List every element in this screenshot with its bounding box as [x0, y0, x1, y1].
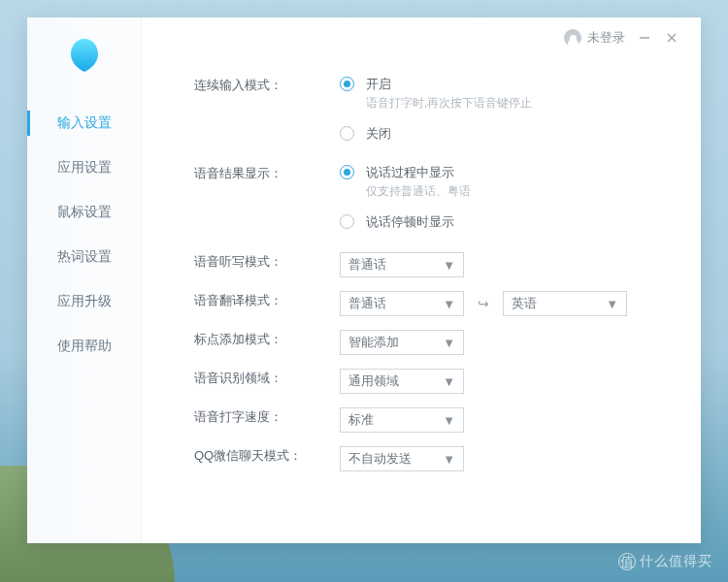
chevron-down-icon: ▼: [606, 297, 618, 311]
chevron-down-icon: ▼: [443, 413, 455, 428]
chevron-down-icon: ▼: [443, 452, 455, 467]
sidebar-label: 输入设置: [57, 114, 112, 130]
chevron-down-icon: ▼: [443, 258, 455, 273]
arrow-right-icon: ↪: [478, 296, 489, 311]
select-value: 英语: [512, 295, 606, 312]
radio-hint: 语音打字时,再次按下语音键停止: [366, 95, 532, 112]
setting-label-punctuation: 标点添加模式：: [194, 330, 340, 348]
sidebar-item-help[interactable]: 使用帮助: [27, 324, 141, 369]
settings-window: 输入设置 应用设置 鼠标设置 热词设置 应用升级 使用帮助 未登录 连续输入模式…: [27, 17, 701, 543]
radio-continuous-off[interactable]: 关闭: [340, 125, 672, 143]
radio-label: 开启: [366, 76, 532, 93]
setting-label-qq-wechat: QQ微信聊天模式：: [194, 446, 340, 465]
select-dictation[interactable]: 普通话 ▼: [340, 252, 464, 277]
login-button[interactable]: 未登录: [564, 29, 625, 47]
radio-icon: [340, 214, 354, 229]
select-punctuation[interactable]: 智能添加 ▼: [340, 330, 464, 355]
select-value: 普通话: [348, 256, 443, 274]
app-logo-icon: [65, 35, 104, 74]
radio-continuous-on[interactable]: 开启 语音打字时,再次按下语音键停止: [340, 76, 672, 112]
radio-display-while[interactable]: 说话过程中显示 仅支持普通话、粤语: [340, 164, 672, 200]
close-icon: [666, 32, 678, 44]
sidebar-label: 鼠标设置: [57, 204, 112, 219]
radio-icon: [340, 77, 354, 91]
setting-label-translation: 语音翻译模式：: [194, 291, 340, 309]
select-value: 不自动发送: [348, 450, 443, 468]
watermark: 值什么值得买: [618, 553, 712, 570]
setting-label-domain: 语音识别领域：: [194, 369, 340, 387]
select-value: 普通话: [348, 295, 443, 312]
sidebar-item-app-settings[interactable]: 应用设置: [27, 146, 141, 190]
minimize-button[interactable]: [637, 30, 652, 46]
sidebar: 输入设置 应用设置 鼠标设置 热词设置 应用升级 使用帮助: [27, 17, 142, 543]
settings-content: 连续输入模式： 开启 语音打字时,再次按下语音键停止 关闭: [163, 58, 679, 471]
sidebar-label: 热词设置: [57, 248, 112, 264]
setting-label-result-display: 语音结果显示：: [194, 164, 340, 182]
select-value: 标准: [348, 411, 443, 429]
close-button[interactable]: [664, 30, 679, 46]
setting-label-dictation: 语音听写模式：: [194, 252, 340, 271]
sidebar-item-hotword-settings[interactable]: 热词设置: [27, 235, 141, 279]
select-domain[interactable]: 通用领域 ▼: [340, 369, 464, 394]
setting-label-speed: 语音打字速度：: [194, 407, 340, 426]
radio-label: 关闭: [366, 125, 391, 143]
select-translate-from[interactable]: 普通话 ▼: [340, 291, 464, 316]
main-panel: 未登录 连续输入模式： 开启 语音打字时,再次按下语音键停止: [142, 17, 701, 543]
radio-hint: 仅支持普通话、粤语: [366, 183, 471, 200]
user-avatar-icon: [564, 29, 581, 47]
login-text: 未登录: [587, 29, 625, 47]
sidebar-label: 应用设置: [57, 159, 112, 175]
select-value: 智能添加: [348, 334, 443, 351]
radio-label: 说话过程中显示: [366, 164, 471, 181]
radio-display-pause[interactable]: 说话停顿时显示: [340, 213, 672, 231]
select-value: 通用领域: [348, 372, 443, 390]
chevron-down-icon: ▼: [443, 374, 455, 389]
sidebar-label: 使用帮助: [57, 338, 112, 353]
radio-icon: [340, 165, 354, 179]
chevron-down-icon: ▼: [443, 297, 455, 311]
select-speed[interactable]: 标准 ▼: [340, 407, 464, 433]
chevron-down-icon: ▼: [443, 336, 455, 350]
select-translate-to[interactable]: 英语 ▼: [503, 291, 627, 316]
minimize-icon: [639, 32, 650, 44]
sidebar-item-input-settings[interactable]: 输入设置: [27, 101, 141, 146]
sidebar-label: 应用升级: [57, 293, 112, 308]
radio-icon: [340, 126, 354, 141]
sidebar-item-mouse-settings[interactable]: 鼠标设置: [27, 190, 141, 235]
setting-label-continuous-input: 连续输入模式：: [194, 76, 340, 94]
radio-label: 说话停顿时显示: [366, 213, 454, 231]
titlebar: 未登录: [163, 17, 679, 58]
select-qq-wechat[interactable]: 不自动发送 ▼: [340, 446, 464, 471]
sidebar-item-app-upgrade[interactable]: 应用升级: [27, 279, 141, 324]
